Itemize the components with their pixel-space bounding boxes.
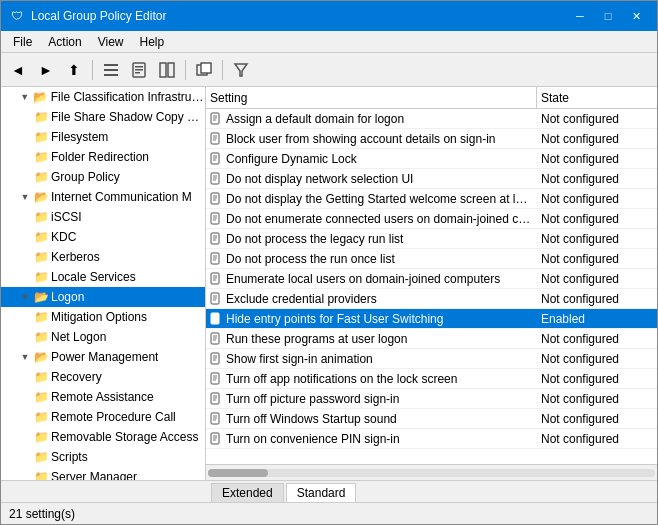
- menu-help[interactable]: Help: [132, 33, 173, 51]
- expand-icon-11[interactable]: [17, 309, 33, 325]
- expand-icon-8[interactable]: [17, 249, 33, 265]
- menu-file[interactable]: File: [5, 33, 40, 51]
- expand-icon-4[interactable]: [17, 169, 33, 185]
- row-icon-1: [206, 132, 226, 146]
- expand-icon-1[interactable]: [17, 109, 33, 125]
- expand-icon-14[interactable]: [17, 369, 33, 385]
- expand-icon-3[interactable]: [17, 149, 33, 165]
- list-row-9[interactable]: Exclude credential providersNot configur…: [206, 289, 657, 309]
- tab-standard[interactable]: Standard: [286, 483, 357, 503]
- list-row-16[interactable]: Turn on convenience PIN sign-inNot confi…: [206, 429, 657, 449]
- list-row-10[interactable]: Hide entry points for Fast User Switchin…: [206, 309, 657, 329]
- sidebar-item-label-15: Remote Assistance: [49, 390, 154, 404]
- svg-rect-44: [211, 273, 219, 284]
- sidebar-item-2[interactable]: 📁Filesystem: [1, 127, 205, 147]
- sidebar-item-15[interactable]: 📁Remote Assistance: [1, 387, 205, 407]
- col-state-header[interactable]: State: [537, 87, 657, 108]
- svg-rect-76: [211, 433, 219, 444]
- sidebar-item-0[interactable]: ▼📂File Classification Infrastruc...: [1, 87, 205, 107]
- row-icon-14: [206, 392, 226, 406]
- list-row-2[interactable]: Configure Dynamic LockNot configured: [206, 149, 657, 169]
- menu-action[interactable]: Action: [40, 33, 89, 51]
- close-button[interactable]: ✕: [623, 6, 649, 26]
- list-row-0[interactable]: Assign a default domain for logonNot con…: [206, 109, 657, 129]
- sidebar-item-8[interactable]: 📁Kerberos: [1, 247, 205, 267]
- sidebar-item-7[interactable]: 📁KDC: [1, 227, 205, 247]
- row-state-12: Not configured: [537, 352, 657, 366]
- sidebar-item-14[interactable]: 📁Recovery: [1, 367, 205, 387]
- sidebar-item-label-6: iSCSI: [49, 210, 82, 224]
- folder-icon-16: 📁: [33, 410, 49, 424]
- sidebar-item-3[interactable]: 📁Folder Redirection: [1, 147, 205, 167]
- toolbar-separator-1: [92, 60, 93, 80]
- expand-icon-13[interactable]: ▼: [17, 349, 33, 365]
- list-row-14[interactable]: Turn off picture password sign-inNot con…: [206, 389, 657, 409]
- properties-button[interactable]: [126, 57, 152, 83]
- sidebar-item-5[interactable]: ▼📂Internet Communication M: [1, 187, 205, 207]
- sidebar-item-16[interactable]: 📁Remote Procedure Call: [1, 407, 205, 427]
- expand-icon-6[interactable]: [17, 209, 33, 225]
- up-button[interactable]: ⬆: [61, 57, 87, 83]
- sidebar-item-10[interactable]: ▼📂Logon: [1, 287, 205, 307]
- col-setting-header[interactable]: Setting: [206, 87, 537, 108]
- sidebar-item-12[interactable]: 📁Net Logon: [1, 327, 205, 347]
- folder-icon-3: 📁: [33, 150, 49, 164]
- list-row-7[interactable]: Do not process the run once listNot conf…: [206, 249, 657, 269]
- svg-rect-16: [211, 133, 219, 144]
- row-setting-4: Do not display the Getting Started welco…: [226, 192, 537, 206]
- list-row-6[interactable]: Do not process the legacy run listNot co…: [206, 229, 657, 249]
- sidebar-item-11[interactable]: 📁Mitigation Options: [1, 307, 205, 327]
- expand-icon-10[interactable]: ▼: [17, 289, 33, 305]
- list-row-11[interactable]: Run these programs at user logonNot conf…: [206, 329, 657, 349]
- expand-icon-19[interactable]: [17, 469, 33, 480]
- expand-icon-18[interactable]: [17, 449, 33, 465]
- expand-icon-7[interactable]: [17, 229, 33, 245]
- row-state-10: Enabled: [537, 312, 657, 326]
- row-setting-13: Turn off app notifications on the lock s…: [226, 372, 537, 386]
- list-row-4[interactable]: Do not display the Getting Started welco…: [206, 189, 657, 209]
- list-row-8[interactable]: Enumerate local users on domain-joined c…: [206, 269, 657, 289]
- list-row-1[interactable]: Block user from showing account details …: [206, 129, 657, 149]
- sidebar-item-9[interactable]: 📁Locale Services: [1, 267, 205, 287]
- row-state-6: Not configured: [537, 232, 657, 246]
- back-button[interactable]: ◄: [5, 57, 31, 83]
- expand-icon-2[interactable]: [17, 129, 33, 145]
- sidebar-item-17[interactable]: 📁Removable Storage Access: [1, 427, 205, 447]
- sidebar-item-4[interactable]: 📁Group Policy: [1, 167, 205, 187]
- list-row-15[interactable]: Turn off Windows Startup soundNot config…: [206, 409, 657, 429]
- maximize-button[interactable]: □: [595, 6, 621, 26]
- forward-button[interactable]: ►: [33, 57, 59, 83]
- sidebar-item-18[interactable]: 📁Scripts: [1, 447, 205, 467]
- expand-icon-16[interactable]: [17, 409, 33, 425]
- row-setting-7: Do not process the run once list: [226, 252, 537, 266]
- horizontal-scrollbar[interactable]: [206, 464, 657, 480]
- sidebar-item-1[interactable]: 📁File Share Shadow Copy Prc: [1, 107, 205, 127]
- minimize-button[interactable]: ─: [567, 6, 593, 26]
- list-row-5[interactable]: Do not enumerate connected users on doma…: [206, 209, 657, 229]
- filter-button[interactable]: [228, 57, 254, 83]
- sidebar-item-13[interactable]: ▼📂Power Management: [1, 347, 205, 367]
- row-state-2: Not configured: [537, 152, 657, 166]
- expand-icon-0[interactable]: ▼: [17, 89, 33, 105]
- expand-icon-9[interactable]: [17, 269, 33, 285]
- new-window-button[interactable]: [191, 57, 217, 83]
- expand-icon-15[interactable]: [17, 389, 33, 405]
- show-hide-button[interactable]: [98, 57, 124, 83]
- row-setting-10: Hide entry points for Fast User Switchin…: [226, 312, 537, 326]
- tab-extended[interactable]: Extended: [211, 483, 284, 502]
- expand-icon-17[interactable]: [17, 429, 33, 445]
- extend-view-button[interactable]: [154, 57, 180, 83]
- svg-rect-52: [211, 313, 219, 324]
- expand-icon-12[interactable]: [17, 329, 33, 345]
- sidebar-item-6[interactable]: 📁iSCSI: [1, 207, 205, 227]
- row-icon-7: [206, 252, 226, 266]
- sidebar-item-19[interactable]: 📁Server Manager: [1, 467, 205, 480]
- folder-icon-1: 📁: [33, 110, 49, 124]
- menu-view[interactable]: View: [90, 33, 132, 51]
- scrollbar-thumb[interactable]: [208, 469, 268, 477]
- sidebar-item-label-0: File Classification Infrastruc...: [49, 90, 205, 104]
- expand-icon-5[interactable]: ▼: [17, 189, 33, 205]
- list-row-3[interactable]: Do not display network selection UINot c…: [206, 169, 657, 189]
- list-row-13[interactable]: Turn off app notifications on the lock s…: [206, 369, 657, 389]
- list-row-12[interactable]: Show first sign-in animationNot configur…: [206, 349, 657, 369]
